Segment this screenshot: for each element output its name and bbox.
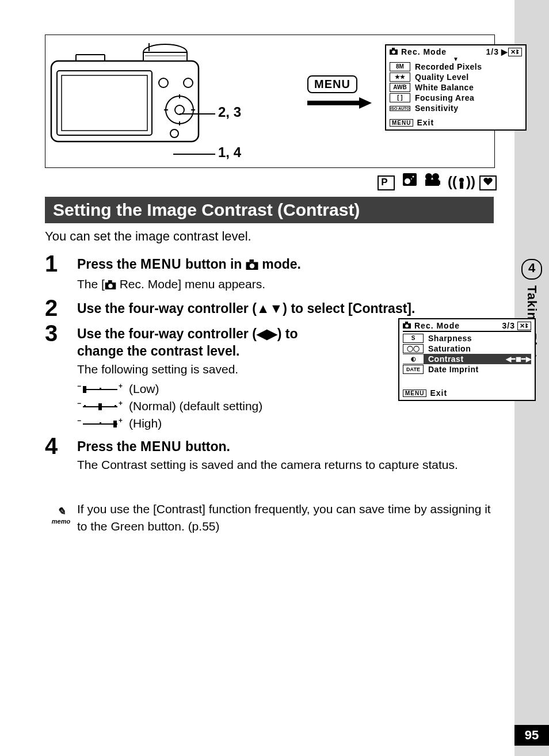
slider-label: (High) — [129, 415, 162, 432]
button-label-23: 2, 3 — [218, 104, 241, 120]
mode-p-icon: P — [378, 175, 395, 190]
svg-rect-40 — [83, 386, 86, 393]
svg-point-34 — [250, 264, 254, 268]
menu-button-chip: MENU — [307, 75, 357, 93]
step-number: 3 — [45, 322, 77, 432]
row-label: Contrast — [428, 354, 464, 364]
svg-rect-46 — [84, 405, 86, 407]
svg-rect-52 — [100, 422, 101, 424]
svg-text:+: + — [119, 417, 123, 425]
camera-illustration — [50, 41, 200, 144]
memo-block: ✎ memo If you use the [Contrast] functio… — [45, 501, 494, 535]
slider-normal: −+ (Normal) (default setting) — [77, 398, 348, 415]
memo-text: If you use the [Contrast] function frequ… — [77, 501, 494, 535]
badge-stars: ★★ — [390, 72, 410, 82]
chapter-number: 4 — [521, 259, 542, 280]
triangle-right-icon: ▶ — [501, 47, 508, 56]
svg-rect-47 — [115, 405, 116, 407]
svg-point-21 — [392, 51, 395, 54]
badge-date: DATE — [403, 365, 424, 374]
svg-rect-51 — [113, 421, 117, 427]
svg-point-30 — [459, 178, 464, 182]
camera-icon — [403, 321, 411, 330]
svg-point-56 — [405, 324, 409, 328]
svg-text:+: + — [119, 400, 123, 407]
svg-rect-29 — [437, 181, 440, 185]
section-title-bar: Setting the Image Contrast (Contrast) — [45, 197, 494, 223]
step-number: 4 — [45, 434, 77, 474]
slider-indicator-icon: ◀━◼━▶ — [506, 355, 532, 363]
step-title: Use the four-way controller (▲▼) to sele… — [77, 296, 494, 317]
pen-icon: ✎ — [45, 505, 77, 518]
svg-rect-36 — [108, 280, 112, 282]
svg-rect-31 — [460, 182, 463, 189]
leader-line-14 — [173, 154, 215, 155]
mode-antishake-icon: (()) — [448, 174, 479, 189]
row-label: Sharpness — [428, 334, 472, 343]
svg-rect-55 — [405, 322, 408, 323]
mode-night-icon — [402, 174, 425, 189]
steps-list: 1 Press the MENU button in mode. The [ R… — [45, 252, 494, 474]
svg-point-25 — [411, 178, 412, 180]
tool-tab-icon: ✕ꔪ — [517, 322, 531, 330]
step-number: 2 — [45, 296, 77, 319]
page-number: 95 — [514, 725, 549, 746]
slider-normal-icon: −+ — [77, 398, 129, 415]
slider-high-icon: −+ — [77, 415, 129, 432]
lcd-title: Rec. Mode — [401, 47, 447, 56]
triangle-down-icon: ▼ — [386, 57, 525, 62]
step-1: 1 Press the MENU button in mode. The [ R… — [45, 252, 494, 294]
lcd-title: Rec. Mode — [414, 321, 460, 330]
svg-rect-45 — [98, 403, 102, 410]
svg-rect-33 — [249, 259, 254, 262]
mode-icons-row: P (()) — [378, 173, 497, 190]
badge-focus: [ ] — [390, 93, 410, 102]
svg-text:−: − — [77, 383, 81, 390]
svg-text:−: − — [77, 400, 81, 407]
svg-text:−: − — [77, 417, 81, 425]
step-title: Use the four-way controller (◀▶) to chan… — [77, 322, 348, 360]
svg-rect-2 — [62, 75, 147, 131]
top-figure-box: 2, 3 1, 4 MENU Rec. Mode 1/3 ▶ ✕ꔪ ▼ 8MRe… — [45, 35, 495, 168]
svg-rect-13 — [143, 52, 187, 61]
svg-rect-1 — [57, 71, 152, 135]
slider-low: −+ (Low) — [77, 380, 348, 398]
button-label-14: 1, 4 — [218, 144, 241, 161]
svg-point-9 — [159, 78, 168, 87]
badge-awb: AWB — [390, 83, 410, 92]
svg-rect-20 — [392, 48, 395, 49]
slider-label: (Low) — [129, 380, 159, 398]
row-label: Saturation — [428, 344, 471, 353]
badge-contrast: ◐ — [403, 354, 424, 364]
svg-point-10 — [184, 78, 193, 87]
svg-point-24 — [412, 176, 414, 178]
lcd-page-indicator: 3/3 — [502, 321, 515, 330]
badge-8m: 8M — [390, 62, 410, 71]
step-number: 1 — [45, 252, 77, 294]
exit-label: Exit — [417, 118, 434, 127]
camera-icon — [246, 258, 258, 273]
lcd-screen-rec-mode-1: Rec. Mode 1/3 ▶ ✕ꔪ ▼ 8MRecorded Pixels ★… — [385, 44, 527, 131]
badge-iso: ISO AUTO — [390, 106, 410, 111]
svg-point-27 — [432, 173, 439, 180]
lcd-screen-rec-mode-3: Rec. Mode 3/3 ✕ꔪ SSharpness ◯◯Saturation… — [398, 318, 536, 401]
mode-heart-icon — [479, 175, 497, 190]
slider-high: −+ (High) — [77, 415, 348, 432]
svg-point-37 — [108, 284, 112, 288]
step-title: Press the MENU button in mode. — [77, 252, 494, 274]
arrow-right-icon — [307, 97, 376, 108]
step-2: 2 Use the four-way controller (▲▼) to se… — [45, 296, 494, 319]
svg-point-23 — [405, 178, 410, 184]
lead-text: You can set the image contrast level. — [45, 229, 251, 244]
step-desc: The following setting is saved. — [77, 361, 348, 378]
row-label: White Balance — [415, 83, 474, 92]
slider-low-icon: −+ — [77, 380, 129, 398]
exit-label: Exit — [430, 388, 447, 398]
step-4: 4 Press the MENU button. The Contrast se… — [45, 434, 494, 474]
mode-movie-icon — [424, 174, 448, 189]
lcd-page-indicator: 1/3 — [486, 47, 499, 56]
menu-badge-icon: MENU — [403, 390, 426, 397]
menu-badge-icon: MENU — [390, 119, 413, 127]
camera-icon — [390, 47, 398, 56]
svg-point-11 — [170, 129, 178, 138]
